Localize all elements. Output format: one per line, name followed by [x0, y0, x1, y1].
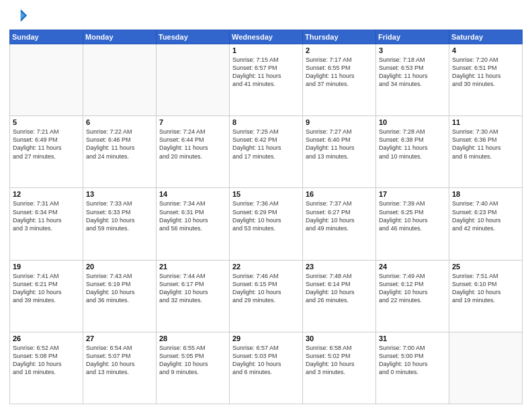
calendar-week-0: 1Sunrise: 7:15 AM Sunset: 6:57 PM Daylig… — [10, 44, 523, 116]
day-header-monday: Monday — [83, 30, 157, 44]
day-info: Sunrise: 6:54 AM Sunset: 5:07 PM Dayligh… — [86, 344, 153, 377]
day-info: Sunrise: 7:17 AM Sunset: 6:55 PM Dayligh… — [306, 56, 373, 89]
calendar-cell: 13Sunrise: 7:33 AM Sunset: 6:33 PM Dayli… — [83, 188, 157, 260]
calendar-cell: 11Sunrise: 7:30 AM Sunset: 6:36 PM Dayli… — [449, 116, 523, 188]
day-info: Sunrise: 7:24 AM Sunset: 6:44 PM Dayligh… — [159, 128, 226, 161]
calendar-cell: 23Sunrise: 7:48 AM Sunset: 6:14 PM Dayli… — [303, 260, 376, 332]
day-number: 22 — [232, 263, 300, 271]
day-info: Sunrise: 7:15 AM Sunset: 6:57 PM Dayligh… — [232, 56, 300, 89]
calendar-week-4: 26Sunrise: 6:52 AM Sunset: 5:08 PM Dayli… — [10, 332, 523, 404]
calendar-table: SundayMondayTuesdayWednesdayThursdayFrid… — [9, 30, 523, 404]
calendar-cell: 15Sunrise: 7:36 AM Sunset: 6:29 PM Dayli… — [230, 188, 303, 260]
day-number: 27 — [86, 334, 153, 342]
day-number: 31 — [379, 334, 446, 342]
day-info: Sunrise: 6:52 AM Sunset: 5:08 PM Dayligh… — [13, 344, 80, 377]
header — [9, 7, 523, 26]
day-number: 14 — [159, 190, 226, 198]
day-info: Sunrise: 7:48 AM Sunset: 6:14 PM Dayligh… — [306, 272, 373, 305]
day-info: Sunrise: 7:46 AM Sunset: 6:15 PM Dayligh… — [232, 272, 300, 305]
day-info: Sunrise: 6:58 AM Sunset: 5:02 PM Dayligh… — [306, 344, 373, 377]
day-number: 30 — [306, 334, 373, 342]
day-header-tuesday: Tuesday — [157, 30, 230, 44]
day-number: 15 — [232, 190, 300, 198]
day-info: Sunrise: 7:27 AM Sunset: 6:40 PM Dayligh… — [306, 128, 373, 161]
day-number: 28 — [159, 334, 226, 342]
day-info: Sunrise: 7:25 AM Sunset: 6:42 PM Dayligh… — [232, 128, 300, 161]
calendar-cell: 29Sunrise: 6:57 AM Sunset: 5:03 PM Dayli… — [230, 332, 303, 404]
calendar-cell: 18Sunrise: 7:40 AM Sunset: 6:23 PM Dayli… — [449, 188, 523, 260]
calendar-cell: 6Sunrise: 7:22 AM Sunset: 6:46 PM Daylig… — [83, 116, 157, 188]
day-info: Sunrise: 7:40 AM Sunset: 6:23 PM Dayligh… — [452, 199, 519, 232]
day-number: 13 — [86, 190, 153, 198]
day-number: 10 — [379, 118, 446, 126]
calendar-cell: 14Sunrise: 7:34 AM Sunset: 6:31 PM Dayli… — [157, 188, 230, 260]
day-info: Sunrise: 7:00 AM Sunset: 5:00 PM Dayligh… — [379, 344, 446, 377]
calendar-week-2: 12Sunrise: 7:31 AM Sunset: 6:34 PM Dayli… — [10, 188, 523, 260]
day-info: Sunrise: 7:33 AM Sunset: 6:33 PM Dayligh… — [86, 199, 153, 232]
day-number: 18 — [452, 190, 519, 198]
day-number: 3 — [379, 46, 446, 54]
day-info: Sunrise: 7:51 AM Sunset: 6:10 PM Dayligh… — [452, 272, 519, 305]
calendar-week-3: 19Sunrise: 7:41 AM Sunset: 6:21 PM Dayli… — [10, 260, 523, 332]
calendar-cell — [83, 44, 157, 116]
day-number: 19 — [13, 263, 80, 271]
day-number: 11 — [452, 118, 519, 126]
calendar-cell: 7Sunrise: 7:24 AM Sunset: 6:44 PM Daylig… — [157, 116, 230, 188]
day-number: 12 — [13, 190, 80, 198]
calendar-cell: 26Sunrise: 6:52 AM Sunset: 5:08 PM Dayli… — [10, 332, 83, 404]
calendar-cell: 24Sunrise: 7:49 AM Sunset: 6:12 PM Dayli… — [376, 260, 449, 332]
calendar-cell: 3Sunrise: 7:18 AM Sunset: 6:53 PM Daylig… — [376, 44, 449, 116]
day-number: 16 — [306, 190, 373, 198]
day-number: 2 — [306, 46, 373, 54]
day-number: 5 — [13, 118, 80, 126]
calendar-cell: 9Sunrise: 7:27 AM Sunset: 6:40 PM Daylig… — [303, 116, 376, 188]
day-info: Sunrise: 7:18 AM Sunset: 6:53 PM Dayligh… — [379, 56, 446, 89]
day-info: Sunrise: 6:57 AM Sunset: 5:03 PM Dayligh… — [232, 344, 300, 377]
day-info: Sunrise: 7:49 AM Sunset: 6:12 PM Dayligh… — [379, 272, 446, 305]
day-header-friday: Friday — [376, 30, 449, 44]
day-info: Sunrise: 7:21 AM Sunset: 6:49 PM Dayligh… — [13, 128, 80, 161]
calendar-cell: 22Sunrise: 7:46 AM Sunset: 6:15 PM Dayli… — [230, 260, 303, 332]
day-number: 8 — [232, 118, 300, 126]
day-info: Sunrise: 7:28 AM Sunset: 6:38 PM Dayligh… — [379, 128, 446, 161]
day-number: 7 — [159, 118, 226, 126]
day-info: Sunrise: 7:31 AM Sunset: 6:34 PM Dayligh… — [13, 199, 80, 232]
calendar-cell — [10, 44, 83, 116]
day-number: 9 — [306, 118, 373, 126]
day-number: 20 — [86, 263, 153, 271]
calendar-cell: 21Sunrise: 7:44 AM Sunset: 6:17 PM Dayli… — [157, 260, 230, 332]
day-header-sunday: Sunday — [10, 30, 83, 44]
calendar-cell: 5Sunrise: 7:21 AM Sunset: 6:49 PM Daylig… — [10, 116, 83, 188]
calendar-header-row: SundayMondayTuesdayWednesdayThursdayFrid… — [10, 30, 523, 44]
logo — [9, 7, 31, 26]
calendar-cell: 17Sunrise: 7:39 AM Sunset: 6:25 PM Dayli… — [376, 188, 449, 260]
day-number: 29 — [232, 334, 300, 342]
day-header-wednesday: Wednesday — [230, 30, 303, 44]
day-info: Sunrise: 7:22 AM Sunset: 6:46 PM Dayligh… — [86, 128, 153, 161]
day-info: Sunrise: 6:55 AM Sunset: 5:05 PM Dayligh… — [159, 344, 226, 377]
day-info: Sunrise: 7:44 AM Sunset: 6:17 PM Dayligh… — [159, 272, 226, 305]
calendar-cell: 1Sunrise: 7:15 AM Sunset: 6:57 PM Daylig… — [230, 44, 303, 116]
calendar-week-1: 5Sunrise: 7:21 AM Sunset: 6:49 PM Daylig… — [10, 116, 523, 188]
day-info: Sunrise: 7:37 AM Sunset: 6:27 PM Dayligh… — [306, 199, 373, 232]
day-number: 26 — [13, 334, 80, 342]
day-info: Sunrise: 7:30 AM Sunset: 6:36 PM Dayligh… — [452, 128, 519, 161]
calendar-cell: 8Sunrise: 7:25 AM Sunset: 6:42 PM Daylig… — [230, 116, 303, 188]
day-number: 23 — [306, 263, 373, 271]
calendar-cell: 12Sunrise: 7:31 AM Sunset: 6:34 PM Dayli… — [10, 188, 83, 260]
calendar-cell: 10Sunrise: 7:28 AM Sunset: 6:38 PM Dayli… — [376, 116, 449, 188]
day-info: Sunrise: 7:43 AM Sunset: 6:19 PM Dayligh… — [86, 272, 153, 305]
day-header-saturday: Saturday — [449, 30, 523, 44]
calendar-cell: 28Sunrise: 6:55 AM Sunset: 5:05 PM Dayli… — [157, 332, 230, 404]
day-number: 4 — [452, 46, 519, 54]
calendar-cell: 19Sunrise: 7:41 AM Sunset: 6:21 PM Dayli… — [10, 260, 83, 332]
day-number: 6 — [86, 118, 153, 126]
calendar-cell — [157, 44, 230, 116]
calendar-cell: 30Sunrise: 6:58 AM Sunset: 5:02 PM Dayli… — [303, 332, 376, 404]
day-info: Sunrise: 7:36 AM Sunset: 6:29 PM Dayligh… — [232, 199, 300, 232]
general-blue-icon — [9, 7, 28, 26]
calendar-cell: 27Sunrise: 6:54 AM Sunset: 5:07 PM Dayli… — [83, 332, 157, 404]
calendar-cell: 25Sunrise: 7:51 AM Sunset: 6:10 PM Dayli… — [449, 260, 523, 332]
page: SundayMondayTuesdayWednesdayThursdayFrid… — [0, 0, 532, 411]
day-number: 17 — [379, 190, 446, 198]
